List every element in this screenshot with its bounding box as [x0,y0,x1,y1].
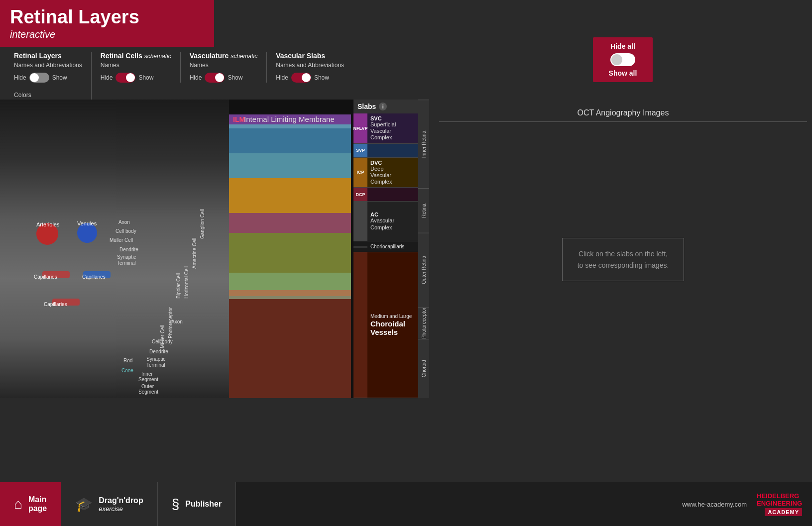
svg-text:Horizontal Cell: Horizontal Cell [184,266,189,299]
ctrl-toggle-vasc-names[interactable] [205,73,225,83]
ctrl-cells-names-row: Hide Show [101,73,171,83]
app-title: Retinal Layers [10,7,204,28]
svg-text:Axon: Axon [171,319,183,324]
svg-text:Capillaries: Capillaries [44,302,67,307]
ctrl-names-abbrev-label: Names and Abbreviations [14,62,82,69]
ctrl-slabs-names-row: Hide Show [276,73,344,83]
publisher-button[interactable]: § Publisher [158,482,236,526]
retina-labels: Inner Retina Retina Outer Retina Photore… [418,100,429,398]
svg-text:Ganglion Cell: Ganglion Cell [200,209,205,239]
svg-text:Dendrite: Dendrite [119,247,138,252]
ctrl-vasc-names-row: Hide Show [190,73,258,83]
ctrl-cells-names-label: Names [101,62,171,69]
publisher-text: Publisher [185,500,222,509]
main-page-label: Main [28,495,47,504]
svg-text:Bipolar Cell: Bipolar Cell [176,273,181,299]
footer: ⌂ Main page 🎓 Drag'n'drop exercise § Pub… [0,482,812,526]
slab-svp[interactable]: SVP [353,144,418,158]
toggle-knob-1 [30,73,39,82]
svg-text:Capillaries: Capillaries [34,274,57,280]
drag-n-drop-button[interactable]: 🎓 Drag'n'drop exercise [61,482,157,526]
slab-choroid-medium: Medium and Large [370,314,415,319]
main-page-button[interactable]: ⌂ Main page [0,482,61,526]
ctrl-toggle-cells-names[interactable] [116,73,135,83]
slab-ac-name: AvascularComplex [370,217,415,230]
choroid-label: Choroid [418,339,429,398]
svg-text:Internal Limiting Membrane: Internal Limiting Membrane [244,115,335,123]
schematic-svg: ILM Internal Limiting Membrane Arteriole… [0,100,353,398]
svg-rect-7 [229,233,351,273]
svg-text:Rod: Rod [123,358,132,363]
svg-text:Cell body: Cell body [152,339,173,344]
slab-dcp[interactable]: DCP [353,188,418,202]
exercise-icon: 🎓 [75,496,93,513]
heidelberg-brand: HEIDELBERGENGINEERING [757,492,802,507]
svg-rect-10 [229,296,351,299]
heidelberg-logo: HEIDELBERGENGINEERING ACADEMY [757,492,802,516]
ctrl-hide-label-4: Hide [190,74,202,81]
drag-n-drop-sub: exercise [99,505,143,513]
svg-text:Dendrite: Dendrite [149,349,168,354]
slab-choroid-tag [353,252,367,398]
slab-icp-tag: ICP [353,158,367,188]
svg-text:Inner: Inner [141,371,153,377]
ctrl-toggle-slabs-names[interactable] [291,73,311,83]
ctrl-retinal-layers-title: Retinal Layers [14,52,82,60]
ctrl-vascular-slabs: Vascular Slabs Names and Abbreviations H… [267,52,353,83]
svg-rect-2 [229,124,351,128]
academy-badge: ACADEMY [765,508,802,516]
svg-text:Segment: Segment [138,389,158,395]
ctrl-show-label-4: Show [228,74,242,81]
info-icon[interactable]: i [379,103,387,110]
slab-dvc-abbr: DVC [370,160,415,166]
slab-dcp-content [367,188,418,201]
hide-show-box[interactable]: Hide all Show all [593,37,653,82]
slabs-panel: Slabs i NFLVP SVC SuperficialVascularCom… [353,100,418,398]
slab-svp-content [367,144,418,157]
svg-text:Müller Cell: Müller Cell [160,325,165,348]
ctrl-toggle-names-abbrev[interactable] [29,73,49,83]
drag-n-drop-label: Drag'n'drop [99,496,143,505]
slab-choroid-content: Medium and Large ChoroidalVessels [367,252,418,398]
slab-nflvp-tag: NFLVP [353,113,367,143]
slab-dcp-tag: DCP [353,188,367,201]
slab-dvc-name: DeepVascularComplex [370,166,415,186]
hide-all-label[interactable]: Hide all [610,42,635,50]
slab-svc-name: SuperficialVascularComplex [370,121,415,141]
svg-text:Terminal: Terminal [117,260,136,266]
ctrl-names-abbrev-row: Hide Show [14,73,82,83]
retina-label: Retina [418,188,429,233]
ctrl-retinal-cells-title: Retinal Cells schematic [101,52,171,60]
svg-text:Outer: Outer [141,384,154,389]
inner-retina-label: Inner Retina [418,100,429,188]
oct-panel: OCT Angiography Images Click on the slab… [434,100,812,398]
oct-placeholder-box: Click on the slabs on the left,to see co… [562,238,685,281]
svg-text:Axon: Axon [118,219,130,225]
svg-text:Capillaries: Capillaries [82,274,106,280]
outer-retina-label: Outer Retina [418,233,429,307]
slab-choroid[interactable]: Medium and Large ChoroidalVessels [353,252,418,398]
ctrl-hide-label-5: Hide [276,74,288,81]
svg-text:Müller Cell: Müller Cell [110,237,133,243]
ctrl-retinal-cells: Retinal Cells schematic Names Hide Show [92,52,181,83]
svg-rect-9 [229,290,351,296]
main-page-text: Main page [28,495,47,513]
toggle-knob-5 [302,73,311,82]
slab-nflvp[interactable]: NFLVP SVC SuperficialVascularComplex [353,113,418,144]
big-toggle[interactable] [610,53,635,66]
show-all-label[interactable]: Show all [609,69,637,77]
toggle-knob-3 [126,73,135,82]
slab-svp-tag: SVP [353,144,367,157]
slab-ac-tag [353,202,367,241]
slab-svc-abbr: SVC [370,115,415,121]
svg-rect-4 [229,153,351,178]
svg-text:Venules: Venules [77,220,97,226]
svg-rect-8 [229,273,351,290]
slab-ac[interactable]: AC AvascularComplex [353,202,418,241]
slab-choriocapillaris[interactable]: Choriocapillaris [353,241,418,252]
svg-rect-3 [229,128,351,153]
ctrl-colors-label: Colors [14,92,82,99]
footer-right: www.he-academy.com HEIDELBERGENGINEERING… [682,492,812,516]
slab-icp-content: DVC DeepVascularComplex [367,158,418,188]
slab-icp[interactable]: ICP DVC DeepVascularComplex [353,158,418,188]
